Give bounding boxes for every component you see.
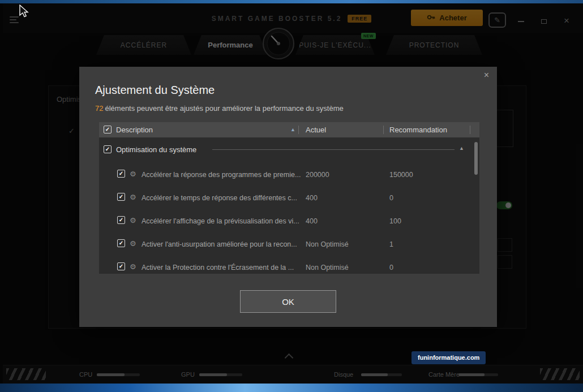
table-row[interactable]: ✓ ⚙ Activer l'anti-usurpation améliorée … <box>99 232 479 255</box>
row-actual: Non Optimisé <box>306 264 349 272</box>
row-description: Activer l'anti-usurpation améliorée pour… <box>142 240 297 248</box>
adjustable-count: 72 <box>95 104 103 113</box>
column-divider <box>383 126 384 134</box>
scrollbar-thumb[interactable] <box>474 142 478 175</box>
dialog-title: Ajustement du Système <box>95 84 215 97</box>
setting-icon: ⚙ <box>130 216 136 225</box>
check-icon: ✓ <box>119 240 123 246</box>
mouse-cursor <box>19 5 31 21</box>
row-recommendation: 0 <box>389 194 393 202</box>
table-row[interactable]: ✓ ⚙ Accélérer la réponse des programmes … <box>99 162 479 186</box>
collapse-icon[interactable]: ▲ <box>459 145 464 151</box>
row-recommendation: 100 <box>389 217 401 225</box>
column-divider <box>470 126 470 134</box>
column-divider <box>298 126 299 134</box>
group-label: Optimisation du système <box>116 145 196 154</box>
row-checkbox[interactable]: ✓ <box>117 170 125 178</box>
row-checkbox[interactable]: ✓ <box>117 216 125 224</box>
table-row[interactable]: ✓ ⚙ Accélérer l'affichage de la prévisua… <box>99 209 479 232</box>
row-actual: 200000 <box>306 171 329 179</box>
row-actual: Non Optimisé <box>306 240 349 248</box>
table-row[interactable]: ✓ ⚙ Accélérer le temps de réponse des di… <box>99 186 479 209</box>
row-actual: 400 <box>306 217 318 225</box>
check-icon: ✓ <box>119 264 123 269</box>
group-divider-line <box>212 149 455 150</box>
row-recommendation: 150000 <box>389 171 413 179</box>
dialog-subtitle-text: éléments peuvent être ajustés pour améli… <box>105 104 343 113</box>
group-row[interactable]: ✓ Optimisation du système ▲ <box>99 137 479 162</box>
adjustments-table: ✓ Description ▲ Actuel Recommandation ✓ … <box>99 122 479 274</box>
setting-icon: ⚙ <box>130 239 136 248</box>
check-icon: ✓ <box>119 217 123 223</box>
table-body: ✓ Optimisation du système ▲ ✓ ⚙ Accélére… <box>99 137 479 274</box>
row-checkbox[interactable]: ✓ <box>117 239 125 247</box>
select-all-checkbox[interactable]: ✓ <box>104 126 112 133</box>
dialog-close-icon[interactable]: × <box>484 70 489 80</box>
check-icon: ✓ <box>119 171 123 176</box>
setting-icon: ⚙ <box>130 170 136 178</box>
check-icon: ✓ <box>105 127 110 132</box>
taskbar-wallpaper-strip <box>0 384 583 392</box>
check-icon: ✓ <box>105 147 110 152</box>
table-header: ✓ Description ▲ Actuel Recommandation <box>99 122 479 137</box>
row-checkbox[interactable]: ✓ <box>117 193 125 201</box>
setting-icon: ⚙ <box>130 193 136 201</box>
ok-button[interactable]: OK <box>240 290 336 313</box>
row-description: Accélérer le temps de réponse des différ… <box>142 194 297 202</box>
row-checkbox[interactable]: ✓ <box>117 262 125 270</box>
group-checkbox[interactable]: ✓ <box>104 145 112 153</box>
row-description: Accélérer la réponse des programmes de p… <box>142 171 301 179</box>
dialog-subtitle: 72éléments peuvent être ajustés pour amé… <box>95 104 344 113</box>
setting-icon: ⚙ <box>130 262 136 271</box>
table-row[interactable]: ✓ ⚙ Activer la Protection contre l'Écras… <box>99 255 479 274</box>
row-description: Accélérer l'affichage de la prévisualisa… <box>142 217 299 225</box>
sort-asc-icon[interactable]: ▲ <box>290 127 295 132</box>
column-description[interactable]: Description <box>116 126 153 134</box>
row-description: Activer la Protection contre l'Écrasemen… <box>142 264 294 272</box>
row-recommendation: 1 <box>389 240 393 248</box>
system-adjustment-dialog: × Ajustement du Système 72éléments peuve… <box>79 67 497 327</box>
check-icon: ✓ <box>119 194 123 200</box>
row-recommendation: 0 <box>389 264 393 272</box>
column-recommendation[interactable]: Recommandation <box>389 126 447 134</box>
column-actual[interactable]: Actuel <box>306 126 326 134</box>
row-actual: 400 <box>306 194 318 202</box>
watermark-badge: funinformatique.com <box>411 351 486 364</box>
